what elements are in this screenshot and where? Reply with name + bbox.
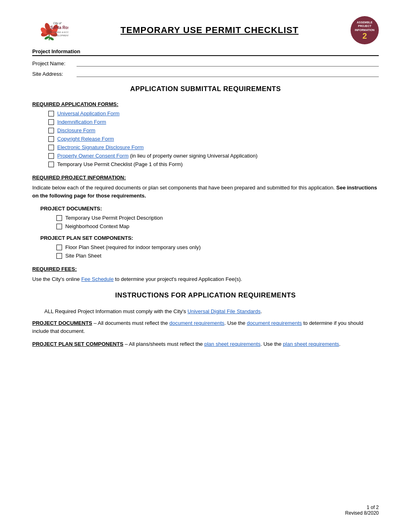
instructions-para-1: ALL Required Project Information must co… bbox=[44, 308, 379, 316]
list-item: Electronic Signature Disclosure Form bbox=[48, 144, 379, 150]
svg-text:PLANNING & ECONOMIC: PLANNING & ECONOMIC bbox=[50, 31, 68, 33]
checkbox-7[interactable] bbox=[48, 162, 54, 167]
badge-circle: ASSEMBLE PROJECT INFORMATION 2 bbox=[351, 16, 379, 44]
svg-text:DEVELOPMENT: DEVELOPMENT bbox=[52, 34, 68, 37]
copyright-release-link[interactable]: Copyright Release Form bbox=[57, 136, 114, 142]
list-item: Copyright Release Form bbox=[48, 136, 379, 142]
svg-text:Santa Rosa: Santa Rosa bbox=[50, 25, 68, 30]
project-documents-title: PROJECT DOCUMENTS: bbox=[40, 206, 379, 212]
property-owner-item: Property Owner Consent Form (in lieu of … bbox=[57, 153, 257, 159]
checkbox-pd-2[interactable] bbox=[56, 224, 62, 229]
inst-p3-t3: . bbox=[339, 341, 341, 347]
checkbox-4[interactable] bbox=[48, 136, 54, 142]
inst-p3-t2: . Use the bbox=[260, 341, 283, 347]
svg-text:City of: City of bbox=[53, 22, 62, 25]
project-name-row: Project Name: bbox=[32, 59, 379, 66]
checkbox-pp-2[interactable] bbox=[56, 253, 62, 259]
indemnification-link[interactable]: Indemnification Form bbox=[57, 119, 106, 125]
property-owner-link[interactable]: Property Owner Consent Form bbox=[57, 153, 129, 159]
required-forms-section: REQUIRED APPLICATION FORMS: Universal Ap… bbox=[32, 101, 379, 167]
doc-req-link-1[interactable]: document requirements bbox=[169, 320, 224, 326]
checkbox-pd-1[interactable] bbox=[56, 215, 62, 221]
list-item: Temporary Use Permit Checklist (Page 1 o… bbox=[48, 161, 379, 167]
project-info-section: Project Information Project Name: Site A… bbox=[32, 48, 379, 77]
electronic-signature-link[interactable]: Electronic Signature Disclosure Form bbox=[57, 144, 144, 150]
proj-docs-label: PROJECT DOCUMENTS bbox=[32, 320, 92, 326]
page-title: TEMPORARY USE PERMIT CHECKLIST bbox=[120, 25, 299, 35]
required-fees-para: Use the City's online Fee Schedule to de… bbox=[32, 275, 379, 283]
site-address-row: Site Address: bbox=[32, 70, 379, 77]
required-forms-list: Universal Application Form Indemnificati… bbox=[48, 110, 379, 167]
fees-text-before: Use the City's online bbox=[32, 276, 81, 282]
badge-line2: PROJECT bbox=[358, 24, 371, 28]
checkbox-1[interactable] bbox=[48, 111, 54, 116]
project-info-title: Project Information bbox=[32, 48, 379, 56]
plan-sheet-req-link-2[interactable]: plan sheet requirements bbox=[283, 341, 339, 347]
pd-item-2: Neighborhood Context Map bbox=[65, 223, 129, 229]
checkbox-pp-1[interactable] bbox=[56, 245, 62, 250]
list-item: Disclosure Form bbox=[48, 127, 379, 133]
fee-schedule-link[interactable]: Fee Schedule bbox=[81, 276, 114, 282]
badge-number: 2 bbox=[362, 32, 367, 40]
inst-p1-after: . bbox=[261, 308, 262, 314]
pd-item-1: Temporary Use Permit Project Description bbox=[65, 215, 163, 221]
property-owner-suffix: (in lieu of property owner signing Unive… bbox=[130, 153, 258, 159]
title-area: TEMPORARY USE PERMIT CHECKLIST bbox=[68, 25, 351, 35]
checkbox-3[interactable] bbox=[48, 128, 54, 133]
svg-point-10 bbox=[49, 36, 54, 41]
list-item: Temporary Use Permit Project Description bbox=[56, 215, 379, 221]
required-fees-title: REQUIRED FEES: bbox=[32, 266, 379, 272]
page-header: City of Santa Rosa PLANNING & ECONOMIC D… bbox=[32, 16, 379, 44]
list-item: Universal Application Form bbox=[48, 110, 379, 116]
project-name-line[interactable] bbox=[77, 59, 379, 66]
project-documents-list: Temporary Use Permit Project Description… bbox=[56, 215, 379, 229]
plan-set-label: PROJECT PLAN SET COMPONENTS bbox=[32, 341, 123, 347]
city-logo: City of Santa Rosa PLANNING & ECONOMIC D… bbox=[32, 16, 68, 44]
list-item: Floor Plan Sheet (required for indoor te… bbox=[56, 244, 379, 250]
fees-text-after: to determine your project's required App… bbox=[114, 276, 242, 282]
pp-item-2: Site Plan Sheet bbox=[65, 253, 102, 259]
project-name-label: Project Name: bbox=[32, 60, 77, 66]
pp-item-1: Floor Plan Sheet (required for indoor te… bbox=[65, 244, 201, 250]
site-address-line[interactable] bbox=[77, 70, 379, 77]
inst-p1-before: ALL Required Project Information must co… bbox=[44, 308, 187, 314]
required-project-info-title: REQUIRED PROJECT INFORMATION: bbox=[32, 175, 379, 181]
doc-req-link-2[interactable]: document requirements bbox=[247, 320, 302, 326]
page-container: City of Santa Rosa PLANNING & ECONOMIC D… bbox=[0, 0, 411, 532]
page-footer: 1 of 2 Revised 8/2020 bbox=[345, 505, 379, 516]
checkbox-5[interactable] bbox=[48, 145, 54, 150]
project-plan-set-title: PROJECT PLAN SET COMPONENTS: bbox=[40, 235, 379, 241]
page-number: 1 of 2 bbox=[345, 505, 379, 510]
inst-p2-t1: – All documents must reflect the bbox=[92, 320, 169, 326]
plan-sheet-req-link-1[interactable]: plan sheet requirements bbox=[204, 341, 260, 347]
instructions-title: INSTRUCTIONS FOR APPLICATION REQUIREMENT… bbox=[32, 291, 379, 299]
inst-p2-t2: . Use the bbox=[224, 320, 247, 326]
tup-checklist-label: Temporary Use Permit Checklist (Page 1 o… bbox=[57, 161, 183, 167]
badge-line1: ASSEMBLE bbox=[357, 21, 373, 24]
application-section-title: APPLICATION SUBMITTAL REQUIREMENTS bbox=[32, 85, 379, 93]
checkbox-2[interactable] bbox=[48, 119, 54, 125]
site-address-label: Site Address: bbox=[32, 71, 77, 77]
project-plan-list: Floor Plan Sheet (required for indoor te… bbox=[56, 244, 379, 259]
required-project-info-desc: Indicate below each of the required docu… bbox=[32, 184, 379, 200]
list-item: Neighborhood Context Map bbox=[56, 223, 379, 229]
instructions-section: INSTRUCTIONS FOR APPLICATION REQUIREMENT… bbox=[32, 291, 379, 348]
list-item: Site Plan Sheet bbox=[56, 253, 379, 259]
disclosure-link[interactable]: Disclosure Form bbox=[57, 127, 95, 133]
logo-area: City of Santa Rosa PLANNING & ECONOMIC D… bbox=[32, 16, 68, 44]
checkbox-6[interactable] bbox=[48, 153, 54, 159]
desc-text: Indicate below each of the required docu… bbox=[32, 185, 335, 191]
instructions-para-2: PROJECT DOCUMENTS – All documents must r… bbox=[32, 319, 379, 335]
list-item: Indemnification Form bbox=[48, 119, 379, 125]
required-forms-title: REQUIRED APPLICATION FORMS: bbox=[32, 101, 379, 107]
universal-application-link[interactable]: Universal Application Form bbox=[57, 110, 120, 116]
inst-p3-t1: – All plans/sheets must reflect the bbox=[123, 341, 204, 347]
universal-digital-link[interactable]: Universal Digital File Standards bbox=[187, 308, 260, 314]
revised-date: Revised 8/2020 bbox=[345, 510, 379, 516]
required-fees-section: REQUIRED FEES: Use the City's online Fee… bbox=[32, 266, 379, 283]
list-item: Property Owner Consent Form (in lieu of … bbox=[48, 153, 379, 159]
instructions-para-3: PROJECT PLAN SET COMPONENTS – All plans/… bbox=[32, 340, 379, 348]
required-project-info-section: REQUIRED PROJECT INFORMATION: Indicate b… bbox=[32, 175, 379, 259]
